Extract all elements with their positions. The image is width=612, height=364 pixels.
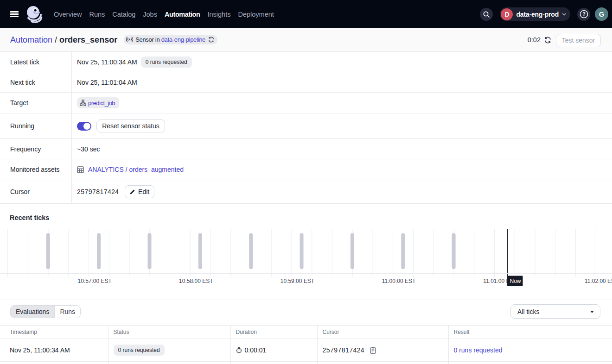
svg-text:11:02:00 EST: 11:02:00 EST	[585, 278, 612, 284]
svg-text:10:59:00 EST: 10:59:00 EST	[280, 278, 315, 284]
svg-text:?: ?	[582, 11, 586, 17]
svg-text:Now: Now	[510, 278, 521, 284]
svg-text:10:57:00 EST: 10:57:00 EST	[78, 278, 112, 284]
svg-text:10:58:00 EST: 10:58:00 EST	[179, 278, 213, 284]
svg-text:11:00:00 EST: 11:00:00 EST	[382, 278, 416, 284]
